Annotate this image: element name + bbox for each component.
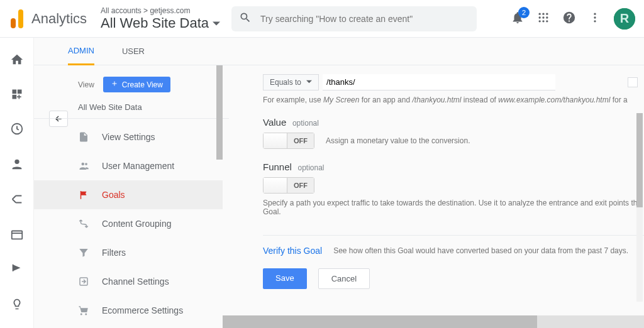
svg-rect-1 — [11, 18, 16, 28]
flag-icon — [78, 189, 91, 200]
svg-point-3 — [542, 13, 544, 15]
svg-point-23 — [85, 163, 87, 165]
svg-point-4 — [546, 13, 548, 15]
view-selector-label: All Web Site Data — [101, 15, 209, 31]
funnel-description: Specify a path you expect traffic to tak… — [263, 199, 644, 216]
create-view-label: Create View — [122, 80, 163, 89]
svg-point-7 — [546, 16, 548, 18]
svg-point-12 — [594, 16, 596, 18]
svg-point-5 — [539, 16, 541, 18]
svg-point-6 — [542, 16, 544, 18]
svg-rect-16 — [12, 90, 16, 94]
channel-icon — [78, 276, 91, 287]
svg-point-13 — [594, 20, 596, 22]
document-icon — [78, 131, 91, 143]
nav-content-grouping[interactable]: Content Grouping — [34, 209, 223, 238]
search-bar[interactable] — [231, 6, 477, 31]
create-view-button[interactable]: Create View — [103, 77, 170, 92]
rail-custom-icon[interactable] — [11, 88, 23, 101]
svg-point-10 — [546, 20, 548, 22]
case-sensitive-checkbox[interactable] — [628, 77, 638, 87]
nav-channel-settings[interactable]: Channel Settings — [34, 267, 223, 296]
account-selector[interactable]: All accounts > getjess.com All Web Site … — [101, 6, 220, 31]
destination-helper: For example, use My Screen for an app an… — [263, 96, 644, 104]
rail-discover-icon[interactable] — [11, 298, 23, 310]
branch-icon — [78, 218, 91, 229]
svg-point-8 — [539, 20, 541, 22]
match-type-label: Equals to — [270, 78, 301, 87]
notifications-button[interactable]: 2 — [511, 11, 525, 26]
column-type-label: View — [78, 80, 94, 89]
nav-label: Goals — [102, 190, 125, 200]
funnel-toggle[interactable]: OFF — [263, 177, 314, 194]
nav-label: Filters — [102, 248, 126, 258]
match-type-select[interactable]: Equals to — [263, 74, 319, 90]
nav-view-settings[interactable]: View Settings — [34, 123, 223, 151]
svg-rect-18 — [12, 95, 16, 99]
funnel-icon — [78, 247, 91, 258]
people-icon — [78, 160, 91, 172]
value-toggle[interactable]: OFF — [263, 133, 314, 149]
funnel-label: Funnel — [263, 161, 292, 172]
rail-audience-icon[interactable] — [10, 157, 24, 171]
panel-vertical-scrollbar[interactable] — [636, 113, 643, 207]
avatar[interactable]: R — [614, 8, 635, 30]
toggle-state: OFF — [287, 178, 314, 193]
caret-down-icon — [213, 15, 220, 31]
nav-label: View Settings — [102, 132, 155, 142]
nav-label: Channel Settings — [102, 276, 169, 287]
nav-filters[interactable]: Filters — [34, 238, 223, 267]
nav-user-management[interactable]: User Management — [34, 151, 223, 180]
nav-ecommerce-settings[interactable]: Ecommerce Settings — [34, 296, 223, 325]
rail-conversions-icon[interactable] — [10, 263, 24, 276]
value-label: Value — [263, 117, 286, 128]
nav-label: Ecommerce Settings — [102, 305, 183, 315]
current-view-name[interactable]: All Web Site Data — [34, 97, 229, 119]
help-icon[interactable] — [562, 11, 576, 26]
rail-behavior-icon[interactable] — [10, 227, 24, 241]
nav-label: Content Grouping — [102, 219, 172, 229]
plus-icon — [111, 80, 118, 89]
funnel-optional: optional — [298, 163, 325, 172]
save-button[interactable]: Save — [263, 268, 307, 289]
caret-down-icon — [306, 78, 312, 87]
svg-rect-21 — [11, 231, 22, 239]
value-description: Assign a monetary value to the conversio… — [326, 136, 470, 145]
more-icon[interactable] — [589, 11, 601, 26]
tab-user[interactable]: USER — [122, 46, 145, 56]
cart-icon — [78, 305, 91, 316]
svg-text:R: R — [620, 11, 630, 25]
panel-horizontal-scrollbar[interactable] — [223, 315, 644, 328]
rail-home-icon[interactable] — [10, 53, 24, 67]
apps-icon[interactable] — [537, 11, 550, 26]
rail-realtime-icon[interactable] — [10, 122, 24, 136]
analytics-logo-icon — [9, 9, 25, 28]
svg-rect-17 — [17, 90, 21, 94]
verify-goal-link[interactable]: Verify this Goal — [263, 246, 322, 256]
svg-point-9 — [542, 20, 544, 22]
nav-label: User Management — [102, 161, 174, 171]
tab-admin[interactable]: ADMIN — [68, 38, 94, 65]
destination-input[interactable] — [323, 74, 555, 90]
search-input[interactable] — [260, 14, 469, 24]
column-scrollbar[interactable] — [216, 65, 223, 160]
nav-goals[interactable]: Goals — [34, 180, 223, 209]
notification-badge: 2 — [518, 7, 530, 18]
verify-description: See how often this Goal would have conve… — [333, 246, 628, 255]
toggle-state: OFF — [287, 133, 314, 148]
rail-acquisition-icon[interactable] — [10, 192, 24, 206]
cancel-button[interactable]: Cancel — [318, 268, 370, 289]
search-icon — [239, 11, 252, 26]
svg-point-22 — [82, 163, 85, 166]
svg-point-11 — [594, 13, 596, 15]
svg-point-20 — [14, 160, 19, 164]
svg-rect-0 — [18, 9, 23, 28]
product-name: Analytics — [31, 11, 87, 27]
value-optional: optional — [292, 119, 319, 128]
breadcrumb: All accounts > getjess.com — [101, 6, 220, 15]
svg-point-2 — [539, 13, 541, 15]
